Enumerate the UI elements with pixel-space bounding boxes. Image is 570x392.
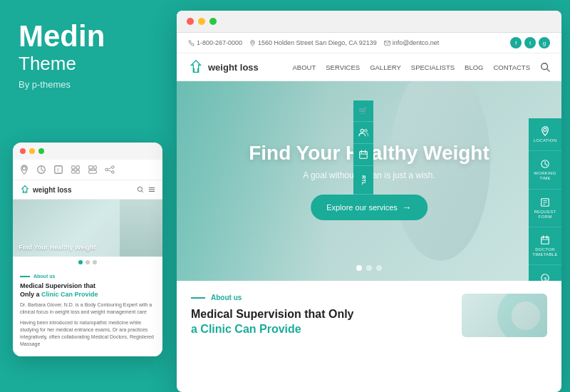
side-pricing[interactable]: $ QUICK PRICING: [529, 265, 561, 281]
nav-gallery[interactable]: GALLERY: [370, 63, 401, 71]
mobile-about-text: About us: [33, 274, 55, 279]
svg-rect-43: [360, 152, 368, 159]
request-form-label: REQUEST FORM: [532, 210, 559, 220]
svg-rect-5: [76, 166, 79, 169]
svg-rect-10: [89, 170, 97, 173]
about-title: Medical Supervision that Only a Clinic C…: [191, 307, 447, 337]
nav-links: ABOUT SERVICES GALLERY SPECIALISTS BLOG …: [293, 62, 550, 72]
hero-dot-3: [376, 265, 382, 271]
hero-dot-1: [356, 265, 362, 271]
nav-specialists[interactable]: SPECIALISTS: [411, 63, 455, 71]
left-cart-icon[interactable]: 🛒: [353, 100, 373, 122]
mobile-logo: weight loss: [20, 185, 71, 195]
svg-point-12: [105, 168, 108, 171]
nav-about[interactable]: ABOUT: [293, 63, 316, 71]
about-label: About us: [191, 294, 447, 301]
brand-author: By p-themes: [19, 79, 153, 90]
brand-title: Medin: [19, 21, 153, 51]
svg-point-0: [22, 167, 26, 170]
site-nav: weight loss ABOUT SERVICES GALLERY SPECI…: [177, 53, 561, 81]
side-location[interactable]: LOCATION: [529, 118, 561, 151]
mobile-nav-icons: [137, 186, 155, 193]
mobile-bars-icon: [87, 164, 98, 175]
side-working-time[interactable]: WORKING TIME: [529, 151, 561, 189]
mobile-icons-bar: f: [13, 160, 162, 180]
about-label-text: About us: [211, 294, 242, 301]
mobile-hero: Find Your Healthy Weight: [13, 200, 162, 257]
nav-contacts[interactable]: CONTACTS: [493, 63, 530, 71]
topbar-right: f t g: [510, 37, 550, 48]
svg-text:f: f: [57, 167, 58, 172]
mobile-chrome: [13, 143, 162, 160]
site-topbar: 1-800-267-0000 1560 Holden Street San Di…: [177, 33, 561, 53]
mobile-body-text-1: Dr. Barbara Glover, N.D. is a Body Conto…: [20, 301, 155, 316]
svg-rect-9: [94, 166, 97, 169]
timetable-label: DOCTOR TIMETABLE: [532, 247, 559, 257]
mobile-dot-green: [38, 148, 44, 154]
search-icon[interactable]: [540, 62, 550, 72]
mobile-clock-icon: [36, 164, 47, 175]
browser-dot-green: [209, 18, 217, 25]
browser-window: 1-800-267-0000 1560 Holden Street San Di…: [177, 11, 561, 392]
mobile-dot-1: [78, 260, 83, 264]
mobile-mockup: f weight loss Find Your He: [13, 143, 162, 356]
mobile-about-line: [20, 276, 30, 277]
nav-blog[interactable]: BLOG: [465, 63, 483, 71]
mobile-dots: [13, 257, 162, 268]
twitter-icon[interactable]: t: [524, 37, 536, 48]
left-sidebar: 🛒 RTL: [353, 100, 373, 195]
about-section: About us Medical Supervision that Only a…: [177, 281, 561, 350]
mobile-dot-2: [86, 260, 90, 264]
location-icon: [539, 125, 551, 137]
nav-services[interactable]: SERVICES: [326, 63, 360, 71]
svg-rect-4: [72, 166, 75, 169]
mobile-dot-yellow: [29, 148, 35, 154]
svg-rect-6: [72, 170, 75, 173]
mobile-location-icon: [19, 164, 30, 175]
svg-line-28: [547, 69, 550, 72]
svg-point-13: [112, 171, 115, 174]
facebook-icon[interactable]: f: [510, 37, 522, 48]
topbar-address: 1560 Holden Street San Diego, CA 92139: [249, 39, 377, 46]
side-timetable[interactable]: DOCTOR TIMETABLE: [529, 227, 561, 265]
side-request-form[interactable]: REQUEST FORM: [529, 190, 561, 227]
calendar-icon: [539, 234, 551, 246]
site-logo: weight loss: [188, 59, 259, 75]
gplus-icon[interactable]: g: [539, 37, 550, 48]
mobile-facebook-icon: f: [53, 164, 64, 175]
mobile-hero-image: [120, 200, 162, 257]
explore-services-button[interactable]: Explore our services →: [311, 195, 428, 220]
svg-rect-8: [89, 166, 93, 169]
social-icons: f t g: [510, 37, 550, 48]
topbar-phone: 1-800-267-0000: [188, 39, 242, 46]
mobile-dot-3: [93, 260, 97, 264]
browser-dot-red: [187, 18, 194, 25]
svg-text:$: $: [544, 276, 547, 281]
about-line: [191, 297, 205, 299]
svg-point-23: [252, 41, 254, 43]
svg-rect-35: [542, 237, 549, 244]
about-deco: [497, 294, 547, 337]
mobile-grid-icon: [70, 164, 81, 175]
svg-point-11: [112, 166, 115, 169]
svg-point-29: [544, 128, 546, 131]
location-label: LOCATION: [534, 138, 557, 143]
topbar-email: info@dentco.net: [384, 39, 440, 46]
side-toolbar: LOCATION WORKING TIME REQUEST FORM DOCTO…: [529, 118, 561, 281]
left-rtl-label[interactable]: RTL: [353, 166, 373, 195]
browser-dot-yellow: [198, 18, 205, 25]
left-calendar-icon[interactable]: [353, 144, 373, 166]
mobile-share-icon: [104, 164, 115, 175]
clock-icon: [539, 158, 551, 170]
form-icon: [539, 197, 551, 208]
mobile-hero-text: Find Your Healthy Weight: [19, 244, 96, 252]
about-left: About us Medical Supervision that Only a…: [191, 294, 447, 337]
mobile-content: About us Medical Supervision that Only a…: [13, 268, 162, 356]
svg-line-14: [108, 167, 111, 169]
left-people-icon[interactable]: [353, 122, 373, 144]
svg-line-15: [108, 170, 111, 172]
about-image: [462, 294, 547, 337]
left-panel: Medin Theme By p-themes f: [0, 0, 167, 392]
arrow-icon: →: [402, 202, 412, 213]
svg-point-42: [365, 130, 368, 133]
